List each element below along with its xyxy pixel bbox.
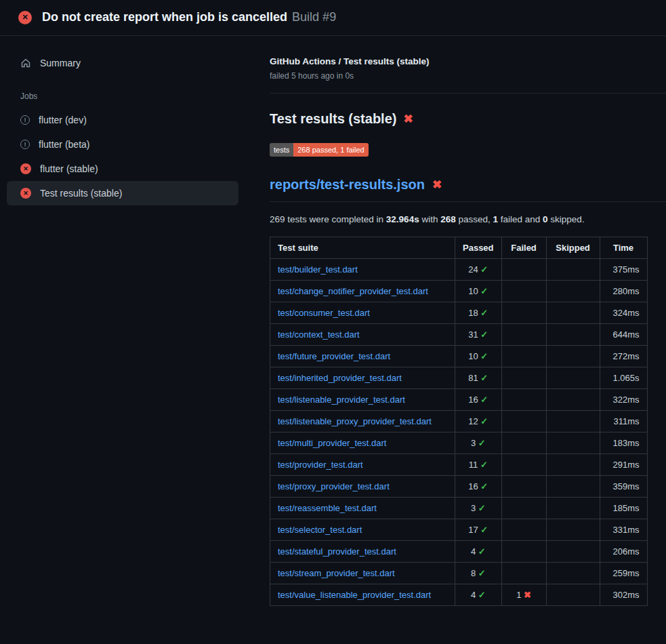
passed-cell: 18 ✓ bbox=[455, 302, 502, 323]
passed-cell: 8 ✓ bbox=[455, 562, 502, 584]
passed-cell: 16 ✓ bbox=[455, 388, 502, 410]
build-number: Build #9 bbox=[292, 10, 336, 24]
time-cell: 1.065s bbox=[600, 367, 647, 388]
time-cell: 206ms bbox=[600, 540, 647, 562]
column-header: Time bbox=[600, 237, 647, 258]
test-suite-link[interactable]: test/provider_test.dart bbox=[278, 460, 363, 470]
test-suite-link[interactable]: test/change_notifier_provider_test.dart bbox=[278, 286, 428, 296]
count-value: 3 bbox=[471, 438, 478, 448]
job-label: flutter (stable) bbox=[40, 163, 98, 174]
failed-cell: 1 ✖ bbox=[501, 584, 546, 605]
test-suite-link[interactable]: test/value_listenable_provider_test.dart bbox=[278, 590, 431, 600]
suite-cell: test/builder_test.dart bbox=[270, 258, 455, 280]
breadcrumb: GitHub Actions / Test results (stable) bbox=[270, 56, 666, 66]
passed-cell: 3 ✓ bbox=[455, 432, 502, 454]
check-run-header: ✕ Do not create report when job is cance… bbox=[0, 0, 666, 36]
time-cell: 272ms bbox=[600, 345, 647, 367]
skipped-cell bbox=[546, 345, 600, 367]
failed-cell bbox=[501, 562, 546, 584]
suite-cell: test/proxy_provider_test.dart bbox=[270, 475, 455, 497]
failed-cell bbox=[501, 280, 546, 302]
suite-cell: test/stateful_provider_test.dart bbox=[270, 540, 455, 562]
skipped-cell bbox=[546, 540, 600, 562]
failed-cell bbox=[501, 388, 546, 410]
check-icon: ✓ bbox=[480, 416, 488, 426]
test-suite-link[interactable]: test/selector_test.dart bbox=[278, 525, 362, 535]
test-suite-link[interactable]: test/consumer_test.dart bbox=[278, 308, 370, 318]
time-cell: 302ms bbox=[600, 584, 647, 605]
passed-cell: 3 ✓ bbox=[455, 497, 502, 519]
test-suite-link[interactable]: test/listenable_provider_test.dart bbox=[278, 395, 405, 405]
x-circle-icon: ✕ bbox=[20, 163, 31, 174]
sidebar-item-summary[interactable]: Summary bbox=[7, 51, 238, 75]
suite-cell: test/selector_test.dart bbox=[270, 519, 455, 540]
skipped-cell bbox=[546, 258, 600, 280]
sidebar-job-item[interactable]: ✕flutter (stable) bbox=[7, 157, 238, 181]
skipped-cell bbox=[546, 323, 600, 345]
time-cell: 280ms bbox=[600, 280, 647, 302]
test-suite-link[interactable]: test/inherited_provider_test.dart bbox=[278, 373, 402, 383]
skipped-cell bbox=[546, 280, 600, 302]
test-suite-link[interactable]: test/multi_provider_test.dart bbox=[278, 438, 386, 448]
suite-cell: test/future_provider_test.dart bbox=[270, 345, 455, 367]
time-cell: 311ms bbox=[600, 410, 647, 432]
count-value: 81 bbox=[468, 373, 480, 383]
count-value: 17 bbox=[468, 525, 480, 535]
test-suite-link[interactable]: test/reassemble_test.dart bbox=[278, 503, 377, 513]
sidebar-summary-label: Summary bbox=[40, 58, 81, 68]
test-suite-link[interactable]: test/builder_test.dart bbox=[278, 264, 358, 275]
table-row: test/reassemble_test.dart3 ✓185ms bbox=[270, 497, 648, 519]
sidebar-job-item[interactable]: !flutter (beta) bbox=[7, 132, 238, 157]
header-divider bbox=[270, 93, 666, 94]
page-body: Summary Jobs !flutter (dev)!flutter (bet… bbox=[0, 36, 666, 606]
x-circle-icon: ✕ bbox=[20, 188, 31, 199]
test-suite-link[interactable]: test/stateful_provider_test.dart bbox=[278, 546, 396, 557]
column-header: Test suite bbox=[270, 237, 455, 258]
check-icon: ✓ bbox=[480, 481, 488, 491]
skipped-cell bbox=[546, 519, 600, 540]
skipped-cell bbox=[546, 562, 600, 584]
check-icon: ✓ bbox=[478, 546, 486, 557]
test-suite-link[interactable]: test/proxy_provider_test.dart bbox=[278, 481, 390, 491]
skipped-cell bbox=[546, 388, 600, 410]
table-row: test/listenable_provider_test.dart16 ✓32… bbox=[270, 388, 648, 410]
failed-cell bbox=[501, 475, 546, 497]
passed-cell: 10 ✓ bbox=[455, 345, 502, 367]
report-file-link[interactable]: reports/test-results.json bbox=[270, 177, 425, 193]
count-value: 4 bbox=[471, 590, 478, 600]
count-value: 1 bbox=[516, 590, 524, 600]
home-icon bbox=[20, 58, 31, 68]
table-row: test/stream_provider_test.dart8 ✓259ms bbox=[270, 562, 648, 584]
count-value: 18 bbox=[468, 308, 480, 318]
failed-x-circle-icon: ✕ bbox=[18, 11, 32, 24]
summary-text: failed and bbox=[498, 214, 543, 224]
suite-cell: test/value_listenable_provider_test.dart bbox=[270, 584, 455, 605]
time-cell: 185ms bbox=[600, 497, 647, 519]
test-suite-link[interactable]: test/context_test.dart bbox=[278, 329, 360, 340]
check-icon: ✓ bbox=[478, 438, 486, 448]
summary-skipped-count: 0 bbox=[543, 214, 548, 224]
check-run-title: Do not create report when job is cancell… bbox=[42, 10, 287, 24]
count-value: 10 bbox=[468, 351, 480, 361]
sidebar-job-item[interactable]: ✕Test results (stable) bbox=[7, 181, 238, 205]
passed-cell: 10 ✓ bbox=[455, 280, 502, 302]
count-value: 16 bbox=[468, 481, 480, 491]
count-value: 11 bbox=[469, 460, 480, 470]
test-suite-link[interactable]: test/stream_provider_test.dart bbox=[278, 568, 395, 578]
check-icon: ✓ bbox=[480, 525, 488, 535]
column-header: Skipped bbox=[546, 237, 600, 258]
time-cell: 291ms bbox=[600, 454, 647, 475]
passed-cell: 16 ✓ bbox=[455, 475, 502, 497]
time-cell: 324ms bbox=[600, 302, 647, 323]
summary-text: 269 tests were completed in bbox=[270, 214, 386, 224]
test-results-table: Test suitePassedFailedSkippedTime test/b… bbox=[270, 237, 648, 606]
sidebar-job-item[interactable]: !flutter (dev) bbox=[7, 108, 238, 132]
test-suite-link[interactable]: test/future_provider_test.dart bbox=[278, 351, 390, 361]
red-x-icon: ✖ bbox=[432, 179, 442, 190]
suite-cell: test/change_notifier_provider_test.dart bbox=[270, 280, 455, 302]
count-value: 4 bbox=[471, 546, 478, 557]
table-row: test/value_listenable_provider_test.dart… bbox=[270, 584, 648, 605]
run-meta: failed 5 hours ago in 0s bbox=[270, 71, 666, 81]
test-suite-link[interactable]: test/listenable_proxy_provider_test.dart bbox=[278, 416, 432, 426]
job-label: flutter (dev) bbox=[39, 115, 87, 125]
